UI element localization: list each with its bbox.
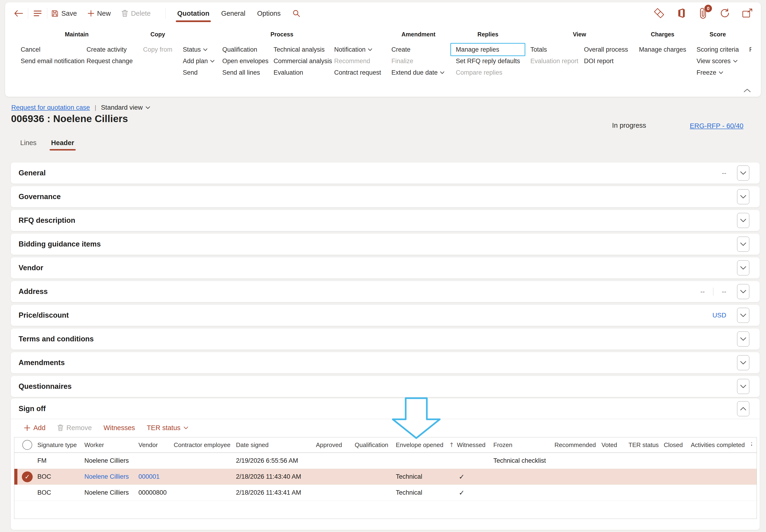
sign-off-header[interactable]: Sign off [11,398,760,419]
table-cell-envelope-opened[interactable]: Technical [394,489,455,496]
open-in-new-window-button[interactable] [742,8,753,18]
table-select-all-cell[interactable] [14,440,36,450]
column-header-approved[interactable]: Approved [315,441,353,449]
column-header-voted[interactable]: Voted [600,441,627,449]
section-card-vendor[interactable]: Vendor [11,257,760,278]
ribbon-button-freeze[interactable]: Freeze [697,69,739,76]
column-header-ter-status[interactable]: TER status [627,441,662,449]
column-header-recommended[interactable]: Recommended [553,441,600,449]
ribbon-button-notification[interactable]: Notification [334,46,381,53]
table-cell-witnessed[interactable]: ✓ [455,473,492,481]
ribbon-button-evaluation-report[interactable]: Evaluation report [530,58,584,65]
back-button[interactable] [13,8,24,19]
tab-lines[interactable]: Lines [20,139,36,150]
table-cell-worker[interactable]: Noelene Cilliers [83,457,137,464]
ribbon-button-scoring-criteria[interactable]: Scoring criteria [697,46,739,53]
column-header-signature-type[interactable]: Signature type [36,441,83,449]
expand-section-button[interactable] [737,189,749,204]
table-row[interactable]: FMNoelene Cilliers2/19/2026 6:55:56 AMTe… [14,453,757,469]
ribbon-button-create-activity[interactable]: Create activity [86,46,133,53]
table-cell-signature-type[interactable]: FM [36,457,83,464]
ribbon-button-cancel[interactable]: Cancel [21,46,86,53]
ribbon-button-technical-analysis[interactable]: Technical analysis [274,46,334,53]
add-button[interactable]: Add [24,424,46,432]
ribbon-button-extend-due-date[interactable]: Extend due date [391,69,445,76]
ribbon-button-send-email-notification[interactable]: Send email notification [21,58,86,65]
ribbon-button-view-scores[interactable]: View scores [697,58,739,65]
ribbon-button-compare-replies[interactable]: Compare replies [456,69,520,76]
menu-tab-general[interactable]: General [221,8,246,19]
refresh-button[interactable] [720,8,730,19]
collapse-ribbon-button[interactable] [742,86,753,94]
section-card-amendments[interactable]: Amendments [11,352,760,373]
expand-section-button[interactable] [737,308,749,323]
menu-tab-quotation[interactable]: Quotation [177,8,210,19]
ribbon-button-finalize[interactable]: Finalize [391,58,445,65]
ribbon-button-totals[interactable]: Totals [530,46,584,53]
delete-button[interactable]: Delete [121,10,151,17]
ribbon-button-copy-from[interactable]: Copy from [143,46,172,53]
expand-section-button[interactable] [737,213,749,228]
ribbon-button-send[interactable]: Send [183,69,222,76]
breadcrumb-link[interactable]: Request for quotation case [11,104,90,111]
column-header-frozen[interactable]: Frozen [492,441,553,449]
table-cell-worker[interactable]: Noelene Cilliers [83,473,137,480]
ribbon-button-create[interactable]: Create [391,46,445,53]
ribbon-button-contract-request[interactable]: Contract request [334,69,381,76]
column-header-activities-completed[interactable]: Activities completed [689,441,747,449]
section-card-terms-and-conditions[interactable]: Terms and conditions [11,328,760,350]
ribbon-button-add-plan[interactable]: Add plan [183,58,222,65]
section-card-address[interactable]: Address---- [11,281,760,302]
column-header-qualification[interactable]: Qualification [353,441,394,449]
view-selector[interactable]: Standard view [101,104,150,111]
column-header-closed[interactable]: Closed [662,441,689,449]
ribbon-button-manage-replies[interactable]: Manage replies [450,43,525,56]
ribbon-button-manage-charges[interactable]: Manage charges [639,46,686,53]
table-cell-date-signed[interactable]: 2/18/2026 11:43:41 AM [235,489,315,496]
expand-section-button[interactable] [737,260,749,275]
section-card-bidding-guidance-items[interactable]: Bidding guidance items [11,234,760,255]
table-cell-date-signed[interactable]: 2/18/2026 11:43:40 AM [235,473,315,480]
column-header-vendor[interactable]: Vendor [137,441,172,449]
table-cell-vendor[interactable]: 00000800 [137,489,172,496]
table-cell-witnessed[interactable]: ✓ [455,489,492,497]
ribbon-button-doi-report[interactable]: DOI report [584,58,629,65]
ribbon-button-send-all-lines[interactable]: Send all lines [222,69,274,76]
table-cell-vendor[interactable]: 000001 [137,473,172,480]
column-header-worker[interactable]: Worker [83,441,137,449]
column-header-envelope-opened[interactable]: Envelope opened↑ [394,441,455,449]
expand-section-button[interactable] [737,332,749,347]
witnesses-button[interactable]: Witnesses [104,424,135,432]
ribbon-button-qualification[interactable]: Qualification [222,46,274,53]
save-button[interactable]: Save [51,10,77,17]
section-card-governance[interactable]: Governance [11,186,760,207]
expand-section-button[interactable] [737,379,749,394]
table-cell-envelope-opened[interactable]: Technical [394,473,455,480]
remove-button[interactable]: Remove [57,424,92,432]
ribbon-button-set-rfq-reply-defaults[interactable]: Set RFQ reply defaults [456,58,520,65]
ter-status-button[interactable]: TER status [147,424,188,432]
ribbon-button-commercial-analysis[interactable]: Commercial analysis [274,58,334,65]
ribbon-button-open-envelopes[interactable]: Open envelopes [222,58,274,65]
section-card-rfq-description[interactable]: RFQ description [11,210,760,231]
ribbon-button-recommend[interactable]: Recommend [334,58,381,65]
collapse-sign-off-button[interactable] [737,401,749,416]
section-card-questionnaires[interactable]: Questionnaires [11,376,760,397]
ribbon-button-overall-process[interactable]: Overall process [584,46,629,53]
row-select-cell[interactable]: ✓ [14,471,36,482]
ribbon-button-evaluation[interactable]: Evaluation [274,69,334,76]
summary-link[interactable]: USD [712,312,726,319]
column-header-contractor-employee[interactable]: Contractor employee [172,441,235,449]
table-row[interactable]: ✓BOCNoelene Cilliers0000012/18/2026 11:4… [14,469,757,485]
apps-button[interactable] [654,8,665,19]
select-all-radio[interactable] [22,440,32,450]
column-options-cell[interactable]: ⋮ [747,443,757,447]
table-row[interactable]: BOCNoelene Cilliers000008002/18/2026 11:… [14,485,757,501]
search-button[interactable] [291,8,302,19]
column-header-date-signed[interactable]: Date signed [235,441,315,449]
table-cell-signature-type[interactable]: BOC [36,489,83,496]
tab-header[interactable]: Header [51,139,74,150]
new-button[interactable]: New [88,10,111,17]
ribbon-button-status[interactable]: Status [183,46,222,53]
expand-section-button[interactable] [737,284,749,299]
